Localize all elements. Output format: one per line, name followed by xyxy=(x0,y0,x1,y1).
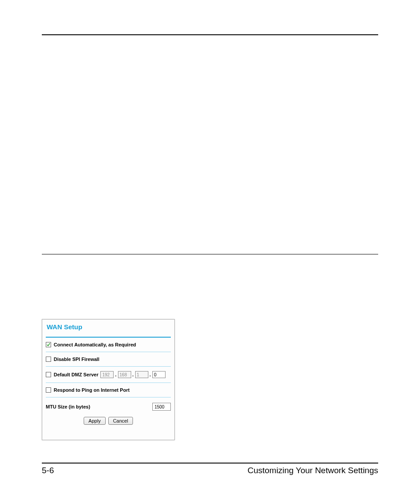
page-footer: 5-6 Customizing Your Network Settings xyxy=(42,466,378,475)
dmz-ip-group: . . . xyxy=(100,371,166,378)
check-icon xyxy=(46,342,51,347)
label-mtu-bold: MTU Size xyxy=(46,404,67,409)
label-respond-ping: Respond to Ping on Internet Port xyxy=(54,387,129,393)
dmz-ip-octet-1[interactable] xyxy=(100,371,114,378)
label-mtu-light: (in bytes) xyxy=(67,404,90,409)
wan-setup-panel: WAN Setup Connect Automatically, as Requ… xyxy=(42,319,175,440)
dot-icon: . xyxy=(149,372,152,377)
checkbox-disable-spi[interactable] xyxy=(46,357,51,362)
cancel-button[interactable]: Cancel xyxy=(108,417,133,425)
mtu-input[interactable] xyxy=(152,403,171,411)
dot-icon: . xyxy=(132,372,135,377)
row-dmz: Default DMZ Server . . . xyxy=(46,367,171,379)
dmz-ip-octet-2[interactable] xyxy=(118,371,131,378)
panel-title: WAN Setup xyxy=(47,323,171,331)
label-mtu: MTU Size (in bytes) xyxy=(46,404,90,409)
label-disable-spi: Disable SPI Firewall xyxy=(54,357,99,362)
label-connect-auto: Connect Automatically, as Required xyxy=(54,342,136,347)
checkbox-connect-auto[interactable] xyxy=(46,342,51,347)
document-page: WAN Setup Connect Automatically, as Requ… xyxy=(0,0,420,504)
row-mtu: MTU Size (in bytes) xyxy=(46,397,171,412)
checkbox-dmz[interactable] xyxy=(46,372,51,377)
apply-button[interactable]: Apply xyxy=(84,417,106,425)
checkbox-respond-ping[interactable] xyxy=(46,387,51,393)
middle-horizontal-rule xyxy=(42,254,378,254)
label-dmz: Default DMZ Server xyxy=(54,372,98,377)
bottom-horizontal-rule xyxy=(42,463,378,464)
row-connect-auto: Connect Automatically, as Required xyxy=(46,338,171,348)
button-row: Apply Cancel xyxy=(46,417,171,425)
top-horizontal-rule xyxy=(42,34,378,35)
dmz-ip-octet-3[interactable] xyxy=(135,371,148,378)
section-title: Customizing Your Network Settings xyxy=(247,466,378,475)
dmz-ip-octet-4[interactable] xyxy=(152,371,166,378)
row-respond-ping: Respond to Ping on Internet Port xyxy=(46,383,171,394)
page-number: 5-6 xyxy=(42,466,54,475)
dot-icon: . xyxy=(114,372,117,377)
row-disable-spi: Disable SPI Firewall xyxy=(46,352,171,363)
